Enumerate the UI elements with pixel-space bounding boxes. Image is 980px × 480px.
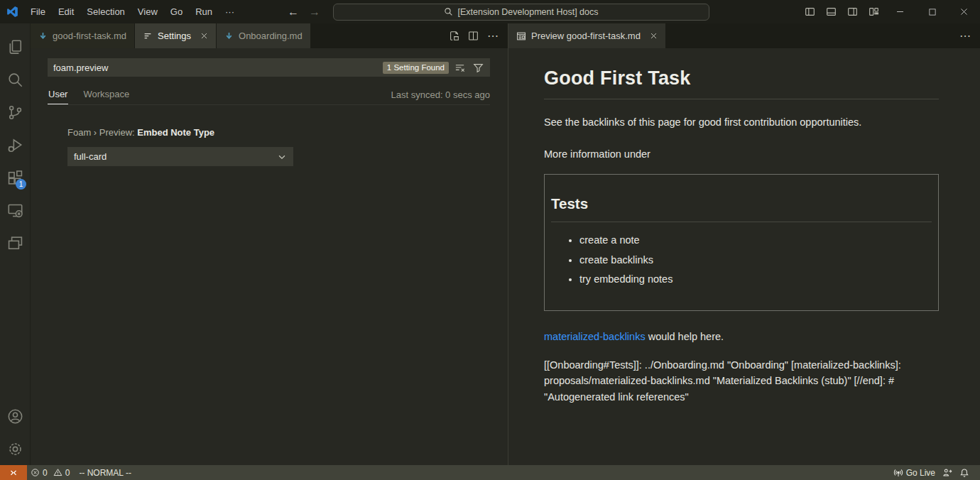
broadcast-icon: [893, 468, 903, 478]
settings-result-count-badge: 1 Setting Found: [383, 62, 449, 74]
close-tab-icon[interactable]: [200, 32, 208, 40]
right-tab-bar: Preview good-first-task.md ⋯: [508, 23, 980, 48]
last-synced-label: Last synced: 0 secs ago: [391, 89, 490, 104]
editor-actions: ⋯: [959, 23, 980, 48]
remote-indicator[interactable]: [0, 465, 27, 480]
minimize-button[interactable]: [884, 0, 916, 23]
customize-layout-icon[interactable]: [863, 0, 884, 23]
menu-more[interactable]: ···: [219, 0, 241, 23]
link-suffix-text: would help here.: [646, 331, 724, 342]
search-view-icon[interactable]: [0, 63, 30, 96]
tab-label: Settings: [158, 31, 191, 41]
error-icon: [31, 468, 40, 477]
clear-settings-search-icon[interactable]: [452, 60, 467, 75]
go-live-button[interactable]: Go Live: [886, 465, 939, 480]
filter-settings-icon[interactable]: [470, 60, 486, 75]
tab-settings[interactable]: Settings: [135, 23, 216, 48]
markdown-file-icon: [224, 31, 234, 40]
forward-arrow-icon[interactable]: →: [309, 6, 320, 18]
window-controls: [799, 0, 980, 23]
menu-file[interactable]: File: [24, 0, 52, 23]
warning-icon: [53, 468, 62, 477]
tab-preview-good-first-task[interactable]: Preview good-first-task.md: [508, 23, 665, 48]
activity-bar: 1: [0, 23, 30, 465]
explorer-icon[interactable]: [0, 31, 30, 63]
settings-scope-tabs: User Workspace Last synced: 0 secs ago: [48, 89, 490, 105]
markdown-file-icon: [38, 31, 48, 40]
editor-group-settings: good-first-task.md Settings Onboarding.: [30, 23, 508, 465]
maximize-button[interactable]: [916, 0, 948, 23]
split-editor-icon[interactable]: [468, 31, 479, 41]
setting-label: Foam › Preview: Embed Note Type: [67, 127, 490, 138]
vscode-logo-icon: [0, 6, 24, 18]
go-live-label: Go Live: [906, 468, 935, 478]
select-value: full-card: [74, 151, 107, 162]
menu-selection[interactable]: Selection: [80, 0, 131, 23]
title-bar: File Edit Selection View Go Run ··· ← → …: [0, 0, 980, 23]
vim-mode-indicator[interactable]: -- NORMAL --: [79, 468, 131, 478]
problems-status[interactable]: 0 0: [27, 465, 73, 480]
tab-label: good-first-task.md: [53, 31, 126, 41]
markdown-preview-body: Good First Task See the backlinks of thi…: [508, 48, 980, 465]
settings-list-icon: [143, 31, 153, 41]
status-bar: 0 0 -- NORMAL -- Go Live: [0, 465, 980, 480]
manage-gear-icon[interactable]: [0, 432, 30, 465]
toggle-secondary-sidebar-icon[interactable]: [842, 0, 863, 23]
more-actions-icon[interactable]: ⋯: [487, 29, 499, 43]
window-title: [Extension Development Host] docs: [457, 7, 598, 17]
menu-view[interactable]: View: [131, 0, 164, 23]
settings-search-box: 1 Setting Found: [48, 58, 490, 77]
settings-search-input[interactable]: [48, 62, 383, 73]
tab-onboarding[interactable]: Onboarding.md: [217, 23, 310, 48]
editor-windows-icon[interactable]: [0, 227, 30, 259]
open-preview-icon[interactable]: [449, 31, 459, 41]
list-item: create a note: [579, 233, 932, 249]
tab-good-first-task[interactable]: good-first-task.md: [31, 23, 134, 48]
toggle-panel-icon[interactable]: [820, 0, 842, 23]
tab-label: Preview good-first-task.md: [531, 31, 641, 41]
preview-paragraph: materialized-backlinks would help here.: [544, 329, 939, 345]
preview-paragraph: More information under: [544, 147, 939, 163]
remote-explorer-icon[interactable]: [0, 194, 30, 227]
feedback-icon[interactable]: [939, 465, 956, 480]
embedded-note-card: Tests create a note create backlinks try…: [544, 174, 939, 311]
extensions-badge: 1: [16, 179, 26, 190]
editor-actions: ⋯: [449, 23, 508, 48]
markdown-preview-icon: [516, 31, 526, 41]
scope-tab-workspace[interactable]: Workspace: [83, 89, 129, 104]
accounts-icon[interactable]: [0, 400, 30, 432]
scope-tab-user[interactable]: User: [48, 89, 68, 104]
chevron-down-icon: [277, 152, 287, 162]
command-center-search[interactable]: [Extension Development Host] docs: [333, 4, 709, 21]
settings-editor: 1 Setting Found User Workspace Last sync…: [31, 48, 508, 465]
extensions-icon[interactable]: 1: [0, 161, 30, 194]
editor-group-preview: Preview good-first-task.md ⋯ Good First …: [508, 23, 980, 465]
link-references-text: [[Onboarding#Tests]]: ../Onboarding.md "…: [544, 357, 939, 405]
preview-paragraph: See the backlinks of this page for good …: [544, 115, 939, 131]
setting-category: Foam › Preview:: [67, 127, 137, 138]
search-icon: [444, 7, 453, 16]
menu-run[interactable]: Run: [189, 0, 219, 23]
embed-note-type-select[interactable]: full-card: [67, 147, 293, 166]
toggle-sidebar-icon[interactable]: [799, 0, 820, 23]
tab-label: Onboarding.md: [239, 31, 303, 41]
menu-go[interactable]: Go: [164, 0, 189, 23]
materialized-backlinks-link[interactable]: materialized-backlinks: [544, 331, 646, 342]
menu-edit[interactable]: Edit: [52, 0, 80, 23]
run-and-debug-icon[interactable]: [0, 129, 30, 161]
page-title: Good First Task: [544, 64, 939, 99]
embed-card-list: create a note create backlinks try embed…: [551, 233, 932, 288]
warning-count: 0: [65, 468, 70, 478]
menu-bar: File Edit Selection View Go Run ···: [24, 0, 241, 23]
back-arrow-icon[interactable]: ←: [288, 6, 299, 18]
list-item: create backlinks: [579, 253, 932, 268]
source-control-icon[interactable]: [0, 96, 30, 129]
more-actions-icon[interactable]: ⋯: [959, 29, 971, 43]
vscode-window: File Edit Selection View Go Run ··· ← → …: [0, 0, 980, 480]
notifications-bell-icon[interactable]: [956, 465, 973, 480]
status-bar-right: Go Live: [886, 465, 980, 480]
list-item: try embedding notes: [579, 272, 932, 288]
close-tab-icon[interactable]: [650, 32, 658, 40]
close-window-button[interactable]: [948, 0, 980, 23]
left-tab-bar: good-first-task.md Settings Onboarding.: [31, 23, 508, 48]
